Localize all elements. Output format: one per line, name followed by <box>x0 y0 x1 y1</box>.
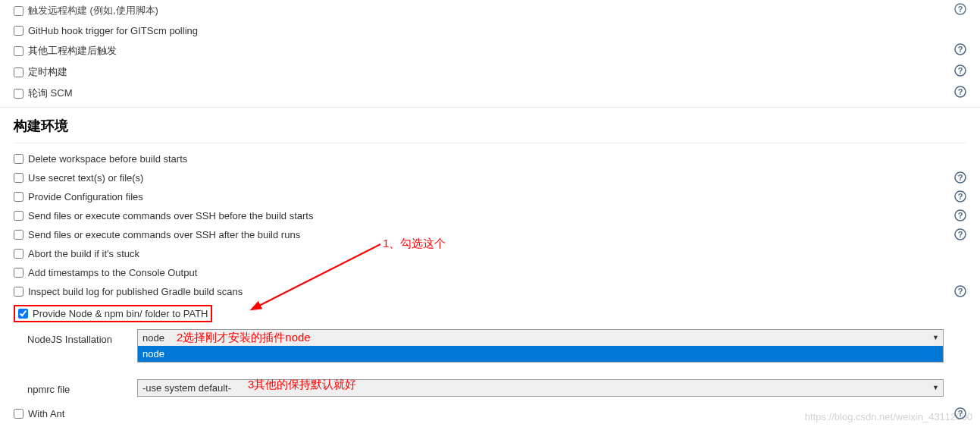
option-row: GitHub hook trigger for GITScm polling <box>14 21 966 40</box>
help-icon[interactable]: ? <box>954 86 966 98</box>
svg-text:?: ? <box>958 87 963 96</box>
gradle-scans-checkbox[interactable] <box>14 287 23 297</box>
option-label: Add timestamps to the Console Output <box>28 267 197 278</box>
option-label: Use secret text(s) or file(s) <box>28 172 143 184</box>
poll-scm-checkbox[interactable] <box>14 89 23 99</box>
timestamps-checkbox[interactable] <box>14 268 23 278</box>
with-ant-checkbox[interactable] <box>14 409 23 419</box>
help-icon[interactable]: ? <box>954 171 966 184</box>
svg-text:?: ? <box>958 230 963 239</box>
help-icon[interactable]: ? <box>954 285 966 297</box>
svg-text:?: ? <box>958 287 963 296</box>
option-row: Delete workspace before build starts <box>14 149 966 168</box>
nodejs-select-option[interactable]: node <box>138 346 943 362</box>
npmrc-control: -use system default- <box>137 379 944 397</box>
option-row: Provide Configuration files ? <box>14 187 966 206</box>
svg-text:?: ? <box>958 66 963 75</box>
page-container: 触发远程构建 (例如,使用脚本) ? GitHub hook trigger f… <box>0 0 980 427</box>
option-row: Use secret text(s) or file(s) ? <box>14 168 966 187</box>
option-row: 触发远程构建 (例如,使用脚本) ? <box>14 0 966 21</box>
nodejs-select-wrap: node node <box>137 329 944 363</box>
option-label: Provide Node & npm bin/ folder to PATH <box>33 308 208 319</box>
abort-stuck-checkbox[interactable] <box>14 249 23 259</box>
option-label: 触发远程构建 (例如,使用脚本) <box>28 4 158 17</box>
provide-node-checkbox[interactable] <box>18 309 28 319</box>
build-env-section: 构建环境 Delete workspace before build start… <box>0 108 980 423</box>
nodejs-installation-label: NodeJS Installation <box>27 329 137 345</box>
help-icon[interactable]: ? <box>954 64 966 77</box>
help-icon[interactable]: ? <box>954 190 966 203</box>
svg-text:?: ? <box>958 211 963 220</box>
help-icon[interactable]: ? <box>954 228 966 240</box>
provide-config-checkbox[interactable] <box>14 192 23 202</box>
help-icon[interactable]: ? <box>954 209 966 221</box>
option-label: 轮询 SCM <box>28 86 73 100</box>
use-secret-checkbox[interactable] <box>14 173 23 183</box>
ssh-before-checkbox[interactable] <box>14 211 23 221</box>
ssh-after-checkbox[interactable] <box>14 230 23 240</box>
delete-workspace-checkbox[interactable] <box>14 154 23 164</box>
section-title-build-env: 构建环境 <box>14 108 966 143</box>
option-row: Send files or execute commands over SSH … <box>14 225 966 244</box>
svg-text:?: ? <box>958 45 963 54</box>
option-label: With Ant <box>28 408 64 419</box>
nodejs-installation-row: NodeJS Installation node node <box>14 326 966 366</box>
nodejs-select[interactable]: node node <box>137 329 944 363</box>
option-label: Send files or execute commands over SSH … <box>28 229 300 240</box>
npmrc-row: npmrc file -use system default- <box>14 376 966 400</box>
npmrc-select-wrap: -use system default- <box>137 379 944 397</box>
option-row-provide-node: Provide Node & npm bin/ folder to PATH <box>14 301 966 326</box>
option-label: Send files or execute commands over SSH … <box>28 210 313 221</box>
nodejs-select-current: node <box>138 330 943 346</box>
option-label: 其他工程构建后触发 <box>28 44 117 58</box>
option-label: GitHub hook trigger for GITScm polling <box>28 25 198 36</box>
trigger-remote-checkbox[interactable] <box>14 6 23 16</box>
help-icon[interactable]: ? <box>954 43 966 55</box>
option-row: Add timestamps to the Console Output <box>14 263 966 282</box>
nodejs-installation-control: node node <box>137 329 944 363</box>
option-row: Send files or execute commands over SSH … <box>14 206 966 225</box>
after-other-build-checkbox[interactable] <box>14 46 23 56</box>
npmrc-label: npmrc file <box>27 379 137 395</box>
svg-text:?: ? <box>958 173 963 182</box>
option-row: 轮询 SCM ? <box>14 83 966 104</box>
option-row: 定时构建 ? <box>14 61 966 83</box>
svg-text:?: ? <box>958 192 963 201</box>
option-label: Provide Configuration files <box>28 191 143 203</box>
github-hook-checkbox[interactable] <box>14 26 23 36</box>
triggers-section: 触发远程构建 (例如,使用脚本) ? GitHub hook trigger f… <box>0 0 980 104</box>
watermark: https://blog.csdn.net/weixin_43112000 <box>805 411 972 422</box>
option-row: Inspect build log for published Gradle b… <box>14 282 966 301</box>
cron-build-checkbox[interactable] <box>14 68 23 77</box>
option-label: 定时构建 <box>28 65 67 79</box>
npmrc-select[interactable]: -use system default- <box>137 379 944 397</box>
option-label: Inspect build log for published Gradle b… <box>28 286 243 297</box>
highlight-box: Provide Node & npm bin/ folder to PATH <box>14 305 212 322</box>
svg-text:?: ? <box>958 5 963 14</box>
option-row: Abort the build if it's stuck <box>14 244 966 263</box>
option-label: Delete workspace before build starts <box>28 153 187 165</box>
option-row: 其他工程构建后触发 ? <box>14 40 966 61</box>
help-icon[interactable]: ? <box>954 3 966 15</box>
option-label: Abort the build if it's stuck <box>28 248 139 259</box>
